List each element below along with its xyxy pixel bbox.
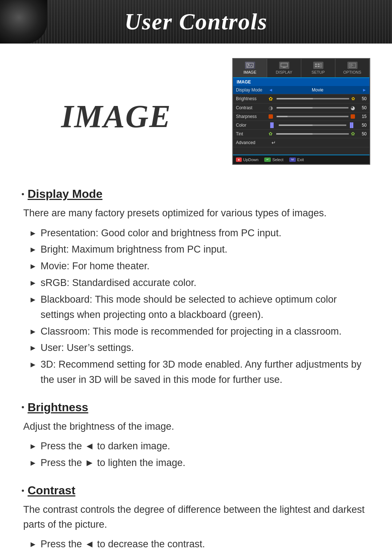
- bullet-presentation: ► Presentation: Good color and brightnes…: [29, 226, 370, 241]
- top-section: IMAGE IMAGE DISPLAY: [22, 58, 370, 174]
- bullet-arrow-1: ►: [29, 244, 37, 256]
- footer-exit: M Exit: [289, 158, 304, 162]
- bullet-arrow-c0: ►: [29, 538, 37, 551]
- bullet-arrow-3: ►: [29, 277, 37, 289]
- image-tab-icon: [245, 62, 255, 69]
- main-content: IMAGE IMAGE DISPLAY: [0, 44, 392, 556]
- brightness-icon-right: ✿: [351, 96, 355, 101]
- contrast-slider: [277, 107, 348, 109]
- color-fill: [279, 124, 313, 126]
- menu-footer: ▲ UpDown ↵ Select M Exit: [233, 155, 369, 164]
- tint-value: 50: [356, 131, 367, 136]
- bullet-text-3: sRGB: Standardised accurate color.: [41, 275, 370, 291]
- menu-contrast-label: Contrast: [236, 105, 269, 110]
- sharpness-slider: [277, 116, 348, 117]
- sharpness-icon-right: [351, 114, 355, 119]
- menu-display-mode-row: Display Mode ◄ Movie ►: [233, 86, 369, 94]
- menu-color-label: Color: [236, 123, 269, 128]
- svg-rect-2: [281, 63, 287, 67]
- bullet-arrow-7: ►: [29, 359, 37, 371]
- brightness-fill: [277, 98, 313, 99]
- brightness-bullets: ► Press the ◄ to darken image. ► Press t…: [22, 439, 370, 471]
- menu-brightness-row: Brightness ✿ ✿ 50: [233, 94, 369, 103]
- bullet-arrow-2: ►: [29, 260, 37, 273]
- section-image-title: IMAGE: [61, 98, 171, 135]
- tint-fill: [276, 133, 313, 135]
- advanced-enter-icon: ↵: [271, 140, 276, 146]
- brightness-slider: [277, 98, 349, 99]
- svg-rect-8: [315, 66, 317, 67]
- tab-display-label: DISPLAY: [276, 70, 293, 74]
- select-icon: ↵: [264, 158, 271, 162]
- image-title-area: IMAGE: [22, 58, 211, 174]
- tab-setup: SETUP: [301, 59, 335, 77]
- brightness-heading-text: Brightness: [28, 401, 88, 414]
- menu-contrast-row: Contrast ◑ ◕ 50: [233, 103, 369, 113]
- tab-options: OPTIONS: [335, 59, 369, 77]
- contrast-bullets: ► Press the ◄ to decrease the contrast. …: [22, 537, 370, 556]
- contrast-icon-left: ◑: [269, 105, 273, 111]
- contrast-icon-right: ◕: [351, 105, 355, 111]
- menu-advanced-row: Advanced ↵: [233, 138, 369, 147]
- menu-tabs: IMAGE DISPLAY SETUP: [233, 59, 369, 78]
- menu-area: IMAGE DISPLAY SETUP: [211, 58, 370, 174]
- menu-tint-label: Tint: [236, 131, 269, 136]
- page-header: User Controls: [0, 0, 392, 44]
- brightness-intro: Adjust the brightness of the image.: [22, 419, 370, 434]
- display-mode-bullets: ► Presentation: Good color and brightnes…: [22, 226, 370, 388]
- tab-setup-label: SETUP: [311, 70, 325, 74]
- brightness-value: 50: [356, 96, 367, 101]
- updown-icon: ▲: [236, 158, 242, 162]
- contrast-section: Contrast The contrast controls the degre…: [22, 484, 370, 556]
- page-title: User Controls: [124, 8, 268, 35]
- bullet-text-6: User: User’s settings.: [41, 340, 370, 356]
- brightness-section: Brightness Adjust the brightness of the …: [22, 401, 370, 471]
- menu-brightness-label: Brightness: [236, 96, 269, 101]
- display-mode-heading-text: Display Mode: [28, 187, 102, 201]
- bullet-contrast-0: ► Press the ◄ to decrease the contrast.: [29, 537, 370, 552]
- svg-rect-6: [315, 64, 317, 65]
- bullet-arrow-5: ►: [29, 326, 37, 338]
- brightness-heading: Brightness: [22, 401, 370, 414]
- bullet-text-4: Blackboard: This mode should be selected…: [41, 292, 370, 323]
- svg-point-1: [248, 64, 249, 65]
- tab-image: IMAGE: [233, 59, 267, 77]
- tint-icon-right: ✿: [351, 131, 355, 136]
- menu-display-mode-label: Display Mode: [236, 87, 269, 93]
- brightness-icon: ✿: [269, 96, 273, 102]
- bullet-text-c1: Press the ► to increase the contrast.: [41, 553, 370, 556]
- bullet-user: ► User: User’s settings.: [29, 340, 370, 356]
- bullet-text-0: Presentation: Good color and brightness …: [41, 226, 370, 241]
- footer-updown: ▲ UpDown: [236, 158, 258, 162]
- bullet-brightness-0: ► Press the ◄ to darken image.: [29, 439, 370, 454]
- bullet-text-5: Classroom: This mode is recommended for …: [41, 324, 370, 339]
- menu-display-arrow-right: ►: [362, 87, 367, 93]
- bullet-arrow-4: ►: [29, 294, 37, 306]
- tab-options-label: OPTIONS: [343, 70, 362, 74]
- sharpness-value: 15: [356, 114, 367, 119]
- exit-icon: M: [289, 158, 296, 162]
- menu-tint-row: Tint ✿ ✿ 50: [233, 130, 369, 138]
- display-mode-heading: Display Mode: [22, 187, 370, 201]
- sharpness-icon-left: [269, 114, 273, 119]
- bullet-srgb: ► sRGB: Standardised accurate color.: [29, 275, 370, 291]
- text-content: Display Mode There are many factory pres…: [22, 187, 370, 556]
- color-icon-left: ▐▌: [269, 122, 275, 128]
- bullet-classroom: ► Classroom: This mode is recommended fo…: [29, 324, 370, 339]
- bullet-movie: ► Movie: For home theater.: [29, 259, 370, 274]
- options-tab-icon: [347, 62, 358, 69]
- bullet-contrast-1: ► Press the ► to increase the contrast.: [29, 553, 370, 556]
- display-mode-intro: There are many factory presets optimized…: [22, 206, 370, 221]
- menu-screenshot: IMAGE DISPLAY SETUP: [232, 58, 370, 165]
- color-slider: [279, 124, 346, 126]
- display-tab-icon: [279, 62, 289, 69]
- footer-updown-label: UpDown: [243, 158, 258, 162]
- bullet-text-1: Bright: Maximum brightness from PC input…: [41, 242, 370, 257]
- tint-slider: [276, 133, 349, 135]
- svg-rect-10: [320, 64, 322, 67]
- setup-tab-icon: [313, 62, 323, 69]
- contrast-heading: Contrast: [22, 484, 370, 497]
- bullet-text-2: Movie: For home theater.: [41, 259, 370, 274]
- contrast-intro: The contrast controls the degree of diff…: [22, 502, 370, 532]
- bullet-text-c0: Press the ◄ to decrease the contrast.: [41, 537, 370, 552]
